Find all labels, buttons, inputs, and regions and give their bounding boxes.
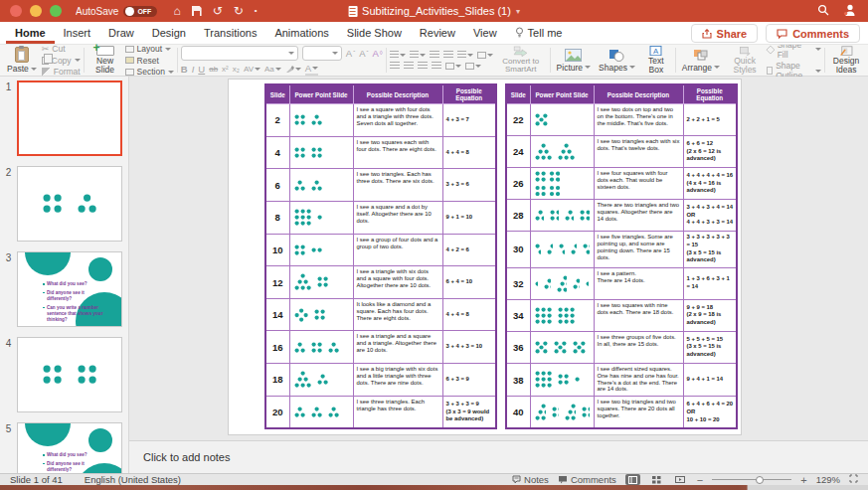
home-icon[interactable]: ⌂ — [173, 5, 180, 17]
highlight-color-button[interactable] — [285, 65, 301, 74]
redo-icon[interactable]: ↻ — [234, 5, 244, 17]
slide-number-cell[interactable]: 8 — [265, 201, 289, 234]
undo-icon[interactable]: ↺ — [213, 5, 223, 17]
slide-number-cell[interactable]: 40 — [506, 397, 530, 428]
increase-font-size-button[interactable]: Aˆ — [346, 48, 355, 59]
tab-slide-show[interactable]: Slide Show — [338, 22, 411, 44]
autosave-toggle[interactable]: OFF — [123, 6, 157, 17]
quick-styles-button[interactable]: Quick Styles — [725, 46, 765, 75]
description-cell[interactable]: I see a triangle and a square and a tria… — [353, 331, 442, 364]
slide-number-cell[interactable]: 16 — [265, 331, 289, 364]
slide-number-cell[interactable]: 6 — [265, 169, 289, 202]
subitizing-table-left[interactable]: SlidePower Point SlidePossible Descripti… — [264, 83, 497, 429]
dot-pattern-cell[interactable] — [289, 266, 353, 299]
slide-number-cell[interactable]: 22 — [506, 104, 530, 136]
equation-cell[interactable]: 9 + 9 = 18 (2 x 9 = 18 is advanced) — [683, 299, 737, 331]
account-avatar-icon[interactable] — [843, 2, 856, 20]
paste-button[interactable]: Paste — [4, 46, 40, 75]
slide-number-cell[interactable]: 28 — [506, 199, 530, 231]
subscript-button[interactable]: x₂ — [233, 65, 240, 74]
equation-cell[interactable]: 6 + 4 = 10 — [442, 266, 496, 299]
description-cell[interactable]: I see two triangles each with six dots. … — [594, 135, 683, 167]
decrease-font-size-button[interactable]: Aˇ — [359, 48, 368, 59]
increase-indent-button[interactable] — [443, 51, 453, 59]
dot-pattern-cell[interactable] — [289, 234, 353, 266]
equation-cell[interactable]: 3 + 4 + 3 = 10 — [442, 331, 496, 364]
zoom-out-button[interactable]: − — [697, 474, 703, 486]
slide-thumbnail-1[interactable]: SlidePower Point SlidePossible Descripti… — [17, 81, 122, 156]
equation-cell[interactable]: 3 + 3 + 3 = 9 (3 x 3 = 9 would be advanc… — [442, 396, 496, 428]
equation-cell[interactable]: 6 + 3 = 9 — [442, 364, 496, 397]
description-cell[interactable]: I see a pattern. There are 14 dots. — [594, 267, 683, 299]
notes-pane[interactable]: Click to add notes — [129, 440, 868, 473]
subitizing-table-right[interactable]: SlidePower Point SlidePossible Descripti… — [505, 83, 738, 429]
slide-thumbnail-5[interactable]: What did you see?Did anyone see it diffe… — [17, 422, 122, 473]
dot-pattern-cell[interactable] — [530, 299, 594, 331]
equation-cell[interactable]: 2 + 2 + 1 = 5 — [683, 104, 737, 136]
clear-formatting-button[interactable]: A◊ — [373, 48, 383, 59]
slide-number-cell[interactable]: 20 — [265, 396, 289, 428]
text-box-button[interactable]: A Text Box — [640, 46, 672, 75]
tab-view[interactable]: View — [464, 22, 506, 44]
equation-cell[interactable]: 3 + 3 + 3 + 3 + 3 = 15 (3 x 5 = 15 is ad… — [683, 231, 737, 267]
dot-pattern-cell[interactable] — [289, 331, 353, 364]
description-cell[interactable]: I see three triangles. Each triangle has… — [353, 396, 442, 428]
text-direction-button[interactable] — [445, 62, 461, 71]
cut-button[interactable]: ✂Cut — [42, 44, 81, 54]
description-cell[interactable]: There are two triangles and two squares.… — [594, 199, 683, 231]
comments-toggle-button[interactable]: Comments — [558, 474, 616, 485]
description-cell[interactable]: I see two big triangles and two squares.… — [594, 397, 683, 428]
dot-pattern-cell[interactable] — [289, 396, 353, 428]
description-cell[interactable]: I see a group of four dots and a group o… — [353, 234, 442, 266]
font-color-button[interactable]: A — [305, 63, 318, 76]
italic-button[interactable]: I — [192, 64, 195, 75]
line-spacing-button[interactable] — [457, 51, 473, 60]
equation-cell[interactable]: 9 + 4 + 1 = 14 — [683, 363, 737, 397]
slide-number-cell[interactable]: 30 — [506, 231, 530, 267]
description-cell[interactable]: I see a square and a dot by itself. Alto… — [353, 201, 442, 234]
equation-cell[interactable]: 4 + 4 = 8 — [442, 298, 496, 331]
superscript-button[interactable]: x² — [222, 65, 229, 74]
dot-pattern-cell[interactable] — [530, 231, 594, 267]
dot-pattern-cell[interactable] — [530, 397, 594, 428]
tab-transitions[interactable]: Transitions — [195, 22, 265, 44]
copy-button[interactable]: Copy — [42, 56, 81, 66]
picture-button[interactable]: Picture — [554, 46, 594, 75]
slide-number-cell[interactable]: 10 — [265, 234, 289, 266]
slideshow-view-button[interactable] — [673, 474, 688, 485]
tab-animations[interactable]: Animations — [265, 22, 337, 44]
description-cell[interactable]: I see five triangles. Some are pointing … — [594, 231, 683, 267]
search-icon[interactable] — [817, 2, 829, 20]
comments-button[interactable]: Comments — [766, 24, 860, 43]
decrease-indent-button[interactable] — [430, 51, 439, 59]
description-cell[interactable]: I see four squares with four dots each. … — [594, 167, 683, 199]
equation-cell[interactable]: 6 + 6 = 12 (2 x 6 = 12 is advanced) — [683, 135, 737, 167]
equation-cell[interactable]: 3 + 3 = 6 — [442, 169, 496, 202]
description-cell[interactable]: I see a big triangle with six dots and a… — [353, 364, 442, 397]
share-button[interactable]: Share — [691, 24, 759, 43]
underline-button[interactable]: U — [198, 64, 205, 75]
dot-pattern-cell[interactable] — [289, 169, 353, 202]
columns-button[interactable] — [477, 51, 493, 60]
dot-pattern-cell[interactable] — [289, 364, 353, 397]
dot-pattern-cell[interactable] — [530, 135, 594, 167]
bullets-button[interactable] — [390, 51, 406, 60]
bold-button[interactable]: B — [181, 64, 188, 75]
slide-number-cell[interactable]: 4 — [265, 136, 289, 169]
zoom-slider[interactable] — [712, 479, 791, 480]
slide-editing-area[interactable]: SlidePower Point SlidePossible Descripti… — [229, 80, 741, 434]
dot-pattern-cell[interactable] — [530, 363, 594, 397]
equation-cell[interactable]: 4 + 3 = 7 — [442, 104, 496, 137]
tab-home[interactable]: Home — [6, 22, 55, 44]
dot-pattern-cell[interactable] — [289, 136, 353, 169]
close-window-button[interactable] — [10, 5, 22, 17]
layout-button[interactable]: Layout — [125, 44, 174, 54]
slide-thumbnail-panel[interactable]: 1 SlidePower Point SlidePossible Descrip… — [0, 77, 129, 473]
description-cell[interactable]: I see three groups of five dots. In all,… — [594, 331, 683, 363]
dot-pattern-cell[interactable] — [289, 201, 353, 234]
character-spacing-button[interactable]: AV — [244, 65, 260, 74]
dot-pattern-cell[interactable] — [530, 267, 594, 299]
align-left-button[interactable] — [390, 62, 400, 70]
equation-cell[interactable]: 9 + 1 = 10 — [442, 201, 496, 234]
slide-number-cell[interactable]: 2 — [265, 104, 289, 137]
